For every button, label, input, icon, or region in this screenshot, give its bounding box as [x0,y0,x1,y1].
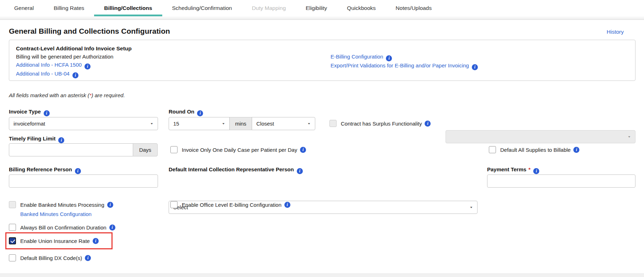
billing-reference-person-label: Billing Reference Person [9,166,81,174]
info-icon[interactable] [72,72,78,78]
info-icon[interactable] [573,147,579,153]
info-icon[interactable] [109,225,115,231]
invoice-type-label: Invoice Type [9,109,50,116]
info-icon[interactable] [44,110,50,116]
tab-general[interactable]: General [4,0,44,16]
always-bill-confirmation-label: Always Bill on Confirmation Duration [20,225,107,231]
payment-terms-label: Payment Terms* [487,166,539,174]
union-insurance-checkbox[interactable] [9,237,16,244]
info-icon[interactable] [93,238,99,244]
default-dx-label: Default Billing DX Code(s) [20,255,82,261]
page-title: General Billing and Collections Configur… [9,27,170,35]
additional-info-ub04-link[interactable]: Additional Info - UB-04 [16,70,70,78]
invoice-one-daily-case-label: Invoice Only One Daily Case per Patient … [182,147,297,153]
info-panel-subtitle: Billing will be generated per Authorizat… [16,52,628,61]
union-insurance-highlight-box: Enable Union Insurance Rate [5,232,113,249]
tab-bar: General Billing Rates Billing/Collection… [0,0,644,16]
office-ebilling-label: Enable Office Level E-billing Configurat… [182,202,282,208]
billing-config-form: Invoice Type Round On invoiceformat 15 m… [9,104,635,268]
timely-filing-unit-addon: Days [133,143,158,156]
tab-quickbooks[interactable]: Quickbooks [337,0,386,16]
timely-filing-limit-label: Timely Filing Limit [9,135,64,143]
banked-minutes-label: Enable Banked Minutes Processing [20,202,104,208]
default-supplies-billable-label: Default All Supplies to Billable [500,147,571,153]
contract-surplus-checkbox[interactable] [329,120,337,127]
info-icon[interactable] [425,121,431,127]
info-icon[interactable] [284,202,290,208]
tab-billing-collections[interactable]: Billing/Collections [94,0,162,16]
info-icon[interactable] [297,168,303,174]
round-on-mode-select[interactable]: Closest [252,117,315,130]
info-icon[interactable] [75,168,81,174]
export-print-validations-link[interactable]: Export/Print Validations for E-Billing a… [331,61,469,70]
default-dx-checkbox[interactable] [9,254,16,261]
round-on-value-select[interactable]: 15 [169,117,230,130]
default-supplies-billable-checkbox[interactable] [489,146,496,153]
round-on-label: Round On [169,109,203,116]
tabbar-divider [0,16,644,20]
info-icon[interactable] [472,64,478,70]
info-panel-title: Contract-Level Additional Info Invoice S… [16,44,628,52]
info-icon[interactable] [533,168,539,174]
round-on-unit-addon: mins [229,117,252,130]
info-icon[interactable] [300,147,306,153]
banked-minutes-configuration-link[interactable]: Banked Minutes Configuration [20,211,92,217]
ebilling-configuration-link[interactable]: E-Billing Configuration [331,52,383,61]
always-bill-confirmation-checkbox[interactable] [9,224,16,231]
required-fields-note: All fields marked with an asterisk (*) a… [9,92,635,98]
window-bottom-strip [0,273,644,277]
tab-duty-mapping: Duty Mapping [242,0,296,16]
info-icon[interactable] [58,137,64,143]
billing-reference-person-input[interactable] [9,174,158,188]
union-insurance-label: Enable Union Insurance Rate [20,238,90,244]
info-icon[interactable] [107,202,113,208]
banked-minutes-checkbox[interactable] [9,201,16,208]
contract-surplus-label: Contract has Surplus Functionality [341,121,422,127]
tab-scheduling-confirmation[interactable]: Scheduling/Confirmation [162,0,242,16]
default-internal-rep-label: Default Internal Collection Representati… [169,166,303,174]
timely-filing-limit-input[interactable] [9,143,133,156]
info-icon[interactable] [84,63,91,70]
contract-info-panel: Contract-Level Additional Info Invoice S… [9,40,635,81]
invoice-one-daily-case-checkbox[interactable] [170,146,178,153]
payment-terms-input[interactable] [487,174,635,188]
info-icon[interactable] [197,110,203,116]
info-icon[interactable] [85,255,91,261]
additional-info-hcfa-link[interactable]: Additional Info - HCFA 1500 [16,61,82,69]
tab-billing-rates[interactable]: Billing Rates [44,0,94,16]
tab-notes-uploads[interactable]: Notes/Uploads [386,0,442,16]
info-icon[interactable] [386,55,392,61]
history-link[interactable]: History [607,29,624,35]
surplus-extra-select [446,130,635,143]
tab-eligibility[interactable]: Eligibility [296,0,337,16]
invoice-type-select[interactable]: invoiceformat [9,117,158,130]
office-ebilling-checkbox[interactable] [170,201,178,208]
